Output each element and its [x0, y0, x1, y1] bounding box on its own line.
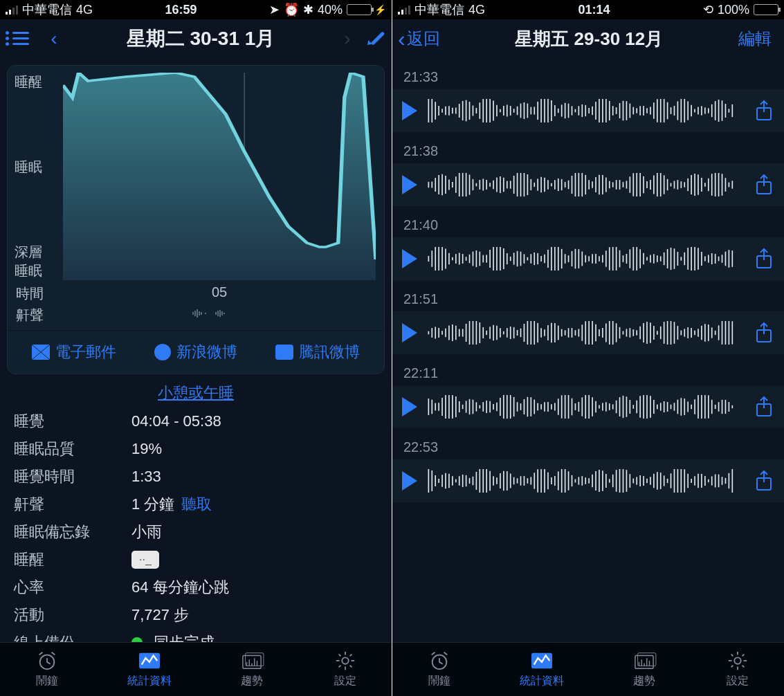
waveform-icon[interactable]	[427, 321, 744, 345]
tab-trends[interactable]: 趨勢	[239, 650, 265, 688]
recording-timestamp: 22:53	[392, 432, 784, 459]
list-icon[interactable]	[6, 30, 29, 47]
recording-timestamp: 21:40	[392, 210, 784, 237]
back-label: 返回	[407, 28, 440, 50]
share-button[interactable]	[754, 100, 774, 122]
page-title: 星期二 30-31 1月	[68, 26, 334, 52]
tab-stats-label: 統計資料	[520, 674, 564, 688]
tab-stats[interactable]: 統計資料	[127, 650, 172, 688]
network-label: 4G	[76, 3, 93, 17]
alarm-clock-icon	[426, 650, 453, 671]
right-phone: 中華電信 4G 01:14 ⟲ 100% ‹ 返回 星期五 29-30 12月 …	[392, 0, 784, 696]
back-button[interactable]: ‹ 返回	[398, 26, 440, 52]
tab-settings[interactable]: 設定	[724, 650, 751, 688]
tab-stats-label: 統計資料	[127, 674, 172, 688]
share-tencent-button[interactable]: 騰訊微博	[275, 342, 360, 363]
snore-axis-label: 鼾聲	[16, 306, 63, 324]
svg-line-29	[338, 666, 340, 668]
share-button[interactable]	[754, 174, 774, 196]
nap-link-row: 小憩或午睡	[0, 374, 392, 407]
recording-row	[392, 237, 784, 280]
nap-link[interactable]: 小憩或午睡	[158, 384, 234, 401]
prev-day-button[interactable]: ‹	[40, 28, 68, 50]
stat-activity: 活動7,727 步	[14, 601, 378, 629]
listen-link[interactable]: 聽取	[181, 494, 212, 515]
alarm-clock-icon	[34, 650, 60, 671]
share-button[interactable]	[754, 248, 774, 270]
tab-alarm-label: 鬧鐘	[428, 674, 450, 688]
share-button[interactable]	[754, 470, 774, 492]
sleep-chart: 睡醒 睡眠 深層 睡眠	[8, 66, 384, 280]
stat-wake: 睡醒··_	[14, 546, 378, 574]
signal-bars-icon	[6, 6, 18, 15]
page-title: 星期五 29-30 12月	[440, 27, 738, 51]
tab-trends-label: 趨勢	[633, 674, 655, 688]
recording-timestamp: 21:38	[392, 136, 784, 163]
play-button[interactable]	[402, 249, 417, 268]
status-time: 16:59	[165, 3, 197, 17]
recordings-list[interactable]: 21:33 21:38 21:40 21:51 22:11 22:53	[392, 58, 784, 565]
stat-notes: 睡眠備忘錄小雨	[14, 518, 378, 546]
edit-button[interactable]: 編輯	[738, 28, 778, 50]
recording-timestamp: 22:11	[392, 358, 784, 385]
svg-line-26	[338, 654, 340, 657]
svg-line-598	[742, 654, 744, 657]
play-button[interactable]	[402, 101, 417, 120]
recording-timestamp: 21:51	[392, 284, 784, 311]
carrier-label: 中華電信	[414, 1, 464, 18]
waveform-icon[interactable]	[427, 247, 744, 271]
mood-icon[interactable]: ··_	[131, 551, 159, 569]
recording-row	[392, 385, 784, 428]
play-button[interactable]	[402, 397, 417, 416]
sleep-card: 睡醒 睡眠 深層 睡眠 時間	[7, 65, 385, 374]
carrier-label: 中華電信	[22, 1, 72, 18]
play-button[interactable]	[402, 323, 417, 342]
tab-bar: 鬧鐘 統計資料 趨勢 設定	[0, 642, 392, 696]
tab-alarm[interactable]: 鬧鐘	[34, 650, 60, 688]
ylabel-sleep: 睡眠	[15, 158, 59, 176]
alarm-status-icon: ⏰	[284, 2, 299, 17]
recording-row	[392, 89, 784, 132]
ylabel-deep: 深層 睡眠	[15, 243, 59, 280]
share-row: 電子郵件 新浪微博 騰訊微博	[8, 330, 384, 374]
snore-mini-row: 鼾聲	[8, 303, 384, 330]
recording-timestamp: 21:33	[392, 62, 784, 89]
bluetooth-icon: ✱	[303, 2, 313, 17]
tencent-weibo-icon	[275, 345, 293, 360]
svg-line-27	[349, 666, 352, 668]
share-email-button[interactable]: 電子郵件	[32, 342, 116, 363]
tab-trends[interactable]: 趨勢	[631, 650, 657, 688]
svg-point-591	[734, 657, 740, 663]
svg-line-597	[742, 666, 744, 668]
play-button[interactable]	[402, 471, 417, 491]
share-email-label: 電子郵件	[55, 342, 116, 363]
chart-area	[63, 73, 376, 280]
ylabel-awake: 睡醒	[15, 73, 59, 91]
share-button[interactable]	[754, 322, 774, 344]
share-sina-button[interactable]: 新浪微博	[154, 342, 237, 363]
stat-sleep: 睡覺04:04 - 05:38	[14, 407, 378, 435]
battery-pct: 100%	[718, 3, 749, 17]
status-bar: 中華電信 4G 16:59 ➤ ⏰ ✱ 40% ⚡	[0, 0, 392, 19]
waveform-icon[interactable]	[427, 395, 744, 419]
orientation-lock-icon: ⟲	[703, 2, 713, 17]
play-button[interactable]	[402, 175, 417, 194]
stat-quality: 睡眠品質19%	[14, 435, 378, 463]
waveform-icon[interactable]	[427, 173, 744, 196]
status-bar: 中華電信 4G 01:14 ⟲ 100%	[392, 0, 784, 19]
waveform-icon[interactable]	[427, 99, 744, 122]
gear-icon	[724, 650, 751, 671]
edit-icon[interactable]	[368, 30, 386, 48]
tab-alarm[interactable]: 鬧鐘	[426, 650, 453, 688]
stat-hr: 心率64 每分鐘心跳	[14, 574, 378, 601]
share-button[interactable]	[754, 396, 774, 418]
tab-settings[interactable]: 設定	[332, 650, 358, 688]
recording-row	[392, 311, 784, 354]
snore-mini-waveform-icon	[63, 307, 376, 323]
signal-bars-icon	[398, 6, 410, 15]
weibo-icon	[154, 344, 171, 360]
share-sina-label: 新浪微博	[176, 342, 237, 363]
tab-stats[interactable]: 統計資料	[520, 650, 564, 688]
chart-x-axis: 時間 05	[8, 280, 384, 303]
waveform-icon[interactable]	[427, 469, 744, 493]
